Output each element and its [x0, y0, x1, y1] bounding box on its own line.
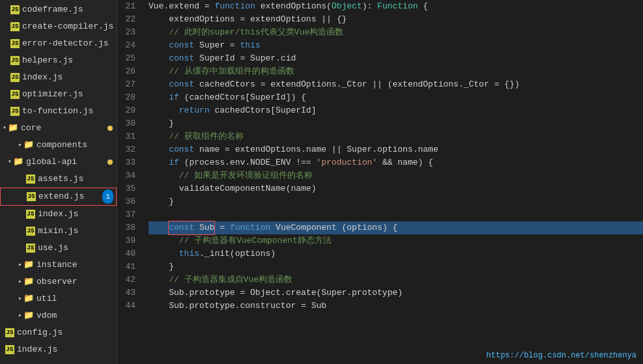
line-numbers: 2122232425 2627282930 3132333435 3637383… — [117, 0, 142, 364]
code-line-38: const Sub = function VueComponent (optio… — [149, 221, 643, 234]
js-file-icon: JS — [10, 22, 20, 31]
js-file-icon: JS — [26, 227, 35, 236]
blog-link[interactable]: https://blog.csdn.net/shenzhenya — [487, 351, 636, 360]
sidebar-item-to-function[interactable]: JS to-function.js — [0, 103, 117, 120]
sidebar-item-components[interactable]: ▸ 📁 components — [0, 137, 117, 154]
code-line: } — [149, 195, 643, 208]
code-line: // 子构造器集成自Vue构造函数 — [149, 273, 643, 287]
folder-name: core — [21, 121, 41, 135]
sidebar-item-mixin[interactable]: JS mixin.js — [0, 223, 117, 240]
file-name: index.js — [38, 207, 78, 221]
js-file-icon: JS — [5, 328, 14, 337]
code-line: // 子构造器有VueComponent静态方法 — [149, 234, 643, 247]
js-file-icon: JS — [10, 73, 20, 82]
folder-icon: 📁 — [23, 275, 34, 289]
code-line: // 获取组件的名称 — [149, 130, 643, 143]
js-file-icon: JS — [10, 107, 20, 116]
js-file-icon: JS — [26, 210, 35, 219]
code-line: const SuperId = Super.cid — [149, 52, 643, 65]
file-name: codeframe.js — [22, 3, 83, 17]
chevron-right-icon: ▸ — [18, 292, 22, 306]
js-file-icon: JS — [5, 345, 14, 354]
sidebar-item-instance[interactable]: ▸ 📁 instance — [0, 257, 117, 273]
chevron-down-icon: ▾ — [8, 155, 12, 169]
sidebar-item-helpers[interactable]: JS helpers.js — [0, 52, 117, 69]
chevron-right-icon: ▸ — [18, 309, 22, 323]
sidebar-item-index2[interactable]: JS index.js — [0, 206, 117, 223]
file-name: create-compiler.js — [22, 20, 113, 34]
code-line: const Super = this — [149, 39, 643, 52]
file-name: helpers.js — [22, 53, 73, 68]
code-editor: 2122232425 2627282930 3132333435 3637383… — [117, 0, 643, 364]
js-file-icon: JS — [27, 192, 36, 201]
code-line: Sub.prototype.constructor = Sub — [149, 300, 643, 313]
file-name: assets.js — [38, 172, 83, 186]
code-line: // 从缓存中加载组件的构造函数 — [149, 65, 643, 78]
sidebar-item-codeframe[interactable]: JS codeframe.js — [0, 1, 117, 18]
code-line — [149, 208, 643, 221]
folder-icon: 📁 — [23, 138, 34, 152]
sidebar-item-error-detector[interactable]: JS error-detector.js — [0, 35, 117, 52]
chevron-down-icon: ▾ — [3, 121, 7, 135]
sidebar-item-create-compiler[interactable]: JS create-compiler.js — [0, 18, 117, 35]
sidebar-item-global-api[interactable]: ▾ 📁 global-api — [0, 154, 117, 171]
sidebar-item-root-index[interactable]: JS index.js — [0, 341, 117, 358]
code-line: const name = extendOptions.name || Super… — [149, 143, 643, 156]
file-name: index.js — [22, 70, 63, 85]
code-line: validateComponentName(name) — [149, 182, 643, 195]
code-line: if (cachedCtors[SuperId]) { — [149, 91, 643, 104]
folder-icon: 📁 — [23, 309, 34, 323]
chevron-right-icon: ▸ — [18, 258, 22, 272]
file-name: error-detector.js — [22, 36, 109, 51]
folder-icon: 📁 — [23, 292, 34, 306]
change-count-badge: 1 — [102, 189, 113, 204]
folder-name: vdom — [36, 309, 57, 323]
js-file-icon: JS — [10, 56, 20, 65]
code-line: if (process.env.NODE_ENV !== 'production… — [149, 156, 643, 169]
sidebar-item-config[interactable]: JS config.js — [0, 324, 117, 341]
file-name: to-function.js — [22, 104, 93, 119]
sidebar-item-observer[interactable]: ▸ 📁 observer — [0, 273, 117, 290]
folder-icon: 📁 — [8, 121, 18, 135]
code-line: Sub.prototype = Object.create(Super.prot… — [149, 287, 643, 300]
sidebar-item-vdom[interactable]: ▸ 📁 vdom — [0, 307, 117, 324]
file-name: mixin.js — [38, 224, 78, 238]
chevron-right-icon: ▸ — [18, 275, 22, 289]
file-name: use.js — [38, 241, 68, 255]
sidebar-item-assets[interactable]: JS assets.js — [0, 171, 117, 188]
file-name: config.js — [17, 326, 63, 340]
code-line: const cachedCtors = extendOptions._Ctor … — [149, 78, 643, 91]
folder-name: util — [36, 292, 57, 306]
code-line: // 此时的super/this代表父类Vue构造函数 — [149, 26, 643, 39]
modified-badge — [107, 126, 113, 131]
sidebar-item-core[interactable]: ▾ 📁 core — [0, 120, 117, 137]
js-file-icon: JS — [26, 175, 35, 184]
sidebar-item-extend[interactable]: JS extend.js 1 — [0, 188, 117, 206]
folder-icon: 📁 — [23, 258, 34, 272]
code-line: return cachedCtors[SuperId] — [149, 104, 643, 117]
file-name: optimizer.js — [22, 87, 83, 102]
folder-name: global-api — [26, 155, 77, 169]
code-line: extendOptions = extendOptions || {} — [149, 13, 643, 26]
code-lines: Vue.extend = function extendOptions(Obje… — [142, 0, 643, 364]
js-file-icon: JS — [10, 39, 20, 48]
sidebar-item-optimizer[interactable]: JS optimizer.js — [0, 86, 117, 103]
folder-name: instance — [36, 258, 77, 272]
folder-name: components — [36, 138, 87, 152]
code-line: this._init(options) — [149, 247, 643, 260]
sidebar-item-util[interactable]: ▸ 📁 util — [0, 290, 117, 307]
folder-name: observer — [36, 275, 77, 289]
sidebar-item-use[interactable]: JS use.js — [0, 240, 117, 257]
code-line: } — [149, 260, 643, 273]
file-explorer: JS codeframe.js JS create-compiler.js JS… — [0, 0, 117, 364]
code-line: // 如果是开发环境验证组件的名称 — [149, 169, 643, 182]
js-file-icon: JS — [26, 244, 35, 253]
js-file-icon: JS — [10, 5, 20, 14]
sidebar-item-index[interactable]: JS index.js — [0, 69, 117, 86]
js-file-icon: JS — [10, 90, 20, 99]
code-line: } — [149, 117, 643, 130]
code-line: Vue.extend = function extendOptions(Obje… — [149, 0, 643, 13]
chevron-right-icon: ▸ — [18, 138, 22, 152]
modified-badge — [107, 160, 113, 165]
folder-icon: 📁 — [13, 155, 23, 169]
